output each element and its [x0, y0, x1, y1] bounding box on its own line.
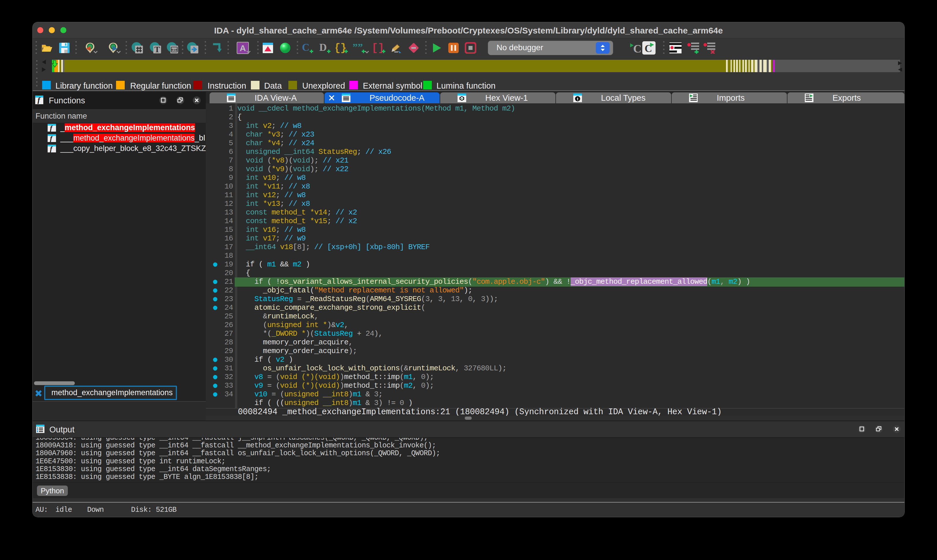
svg-text:A: A	[240, 43, 246, 53]
svg-text:””: ””	[353, 42, 363, 53]
svg-text:[]: []	[373, 42, 384, 54]
svg-text:C: C	[633, 42, 642, 54]
svg-text:{}: {}	[336, 42, 347, 54]
svg-text:010: 010	[171, 48, 177, 52]
svg-text:D: D	[319, 42, 327, 53]
svg-text:C: C	[302, 42, 309, 53]
svg-text:T: T	[154, 45, 160, 54]
svg-text:t: t	[577, 97, 579, 101]
